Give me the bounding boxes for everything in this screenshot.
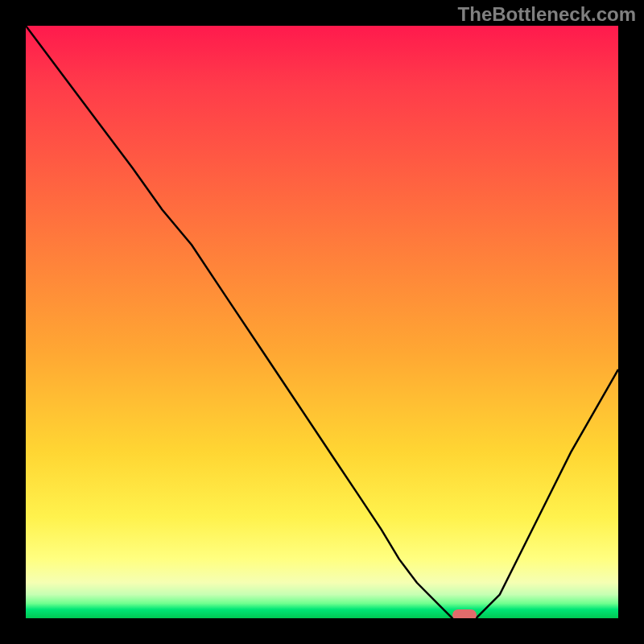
optimal-point-marker [452,609,477,618]
bottleneck-curve [26,26,618,618]
watermark-text: TheBottleneck.com [458,3,636,26]
plot-area [26,26,618,618]
curve-path [26,26,618,618]
chart-frame: TheBottleneck.com [0,0,644,644]
